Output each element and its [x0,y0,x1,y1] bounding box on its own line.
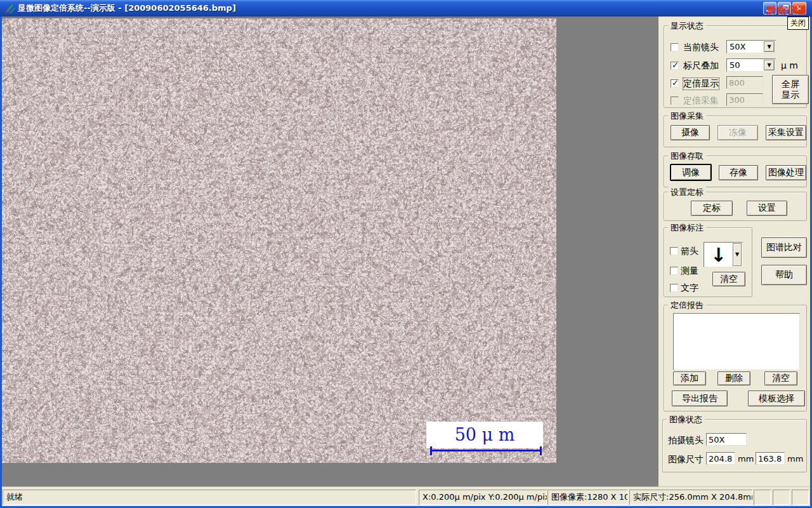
arrow-style-dropdown-button[interactable]: ▼ [733,243,742,266]
status-ready: 就绪 [3,490,416,505]
calibrate-button[interactable]: 定标 [691,201,733,216]
checkbox-scale-overlay[interactable]: ✓ [671,62,679,70]
check-icon: ✓ [672,60,679,70]
chevron-down-icon: ▼ [735,252,739,257]
checkbox-current-lens[interactable] [671,43,679,51]
group-display-status: 显示状态 当前镜头 50X ▼ ✓ 标尺叠加 50 ▼ μ m ✓ 定倍显示 8… [664,25,807,108]
freeze-button: 冻像 [717,125,758,140]
current-lens-value: 50X [730,42,745,51]
status-spare-1 [754,490,771,505]
checkbox-text[interactable] [670,284,678,292]
scale-unit-label: μ m [781,60,798,70]
fullscreen-button[interactable]: 全屏显示 [772,75,809,104]
status-resolution: X:0.200μ m/pix Y:0.200μ m/pix [419,490,547,505]
status-spare-3 [792,490,809,505]
scale-overlay-value: 50 [730,60,740,70]
help-button[interactable]: 帮助 [761,265,807,285]
micrograph-image [2,18,556,463]
group-display-status-title: 显示状态 [668,20,706,32]
group-image-capture: 图像采集 摄像 冻像 采集设置 [664,116,807,147]
checkbox-fixed-display[interactable]: ✓ [671,79,679,88]
report-delete-button[interactable]: 删除 [717,371,750,385]
scale-overlay-dropdown-button[interactable]: ▼ [764,60,775,70]
height-unit-label: mm [787,454,803,464]
image-width-field[interactable]: 204.8 [706,452,735,465]
scale-bar-line [430,446,542,455]
report-listbox[interactable] [673,313,800,370]
control-panel: 显示状态 当前镜头 50X ▼ ✓ 标尺叠加 50 ▼ μ m ✓ 定倍显示 8… [658,17,810,486]
save-image-button[interactable]: 存像 [719,165,758,180]
app-window: 显微图像定倍系统--演示版 - [20090602055646.bmp] × 黔… [0,0,812,508]
image-height-field[interactable]: 163.8 [756,452,785,465]
status-actual-size: 实际尺寸:256.0mm X 204.8mm [629,490,752,505]
check-icon: ✓ [672,78,679,88]
close-tooltip: 关闭 [787,17,809,30]
current-lens-label: 当前镜头 [683,42,719,53]
text-label: 文字 [681,283,698,294]
down-arrow-icon: ↓ [704,243,733,267]
image-size-label: 图像尺寸 [668,454,704,465]
chevron-down-icon: ▼ [767,63,771,68]
title-bar: 显微图像定倍系统--演示版 - [20090602055646.bmp] × [0,0,812,17]
shoot-lens-label: 拍摄镜头 [668,435,704,446]
scale-bar-label: 50 μ m [426,422,543,448]
checkbox-fixed-capture [671,97,679,105]
template-select-button[interactable]: 模板选择 [748,391,805,406]
fixed-capture-label: 定倍采集 [683,95,719,107]
micrograph-viewer[interactable]: 50 μ m [2,18,556,463]
width-unit-label: mm [738,454,754,464]
group-set-calibration-title: 设置定标 [668,187,706,198]
window-title: 显微图像定倍系统--演示版 - [20090602055646.bmp] [18,0,236,17]
group-image-status-title: 图像状态 [667,414,705,425]
current-lens-dropdown-button[interactable]: ▼ [764,41,775,52]
scale-overlay-combo[interactable]: 50 ▼ [726,58,776,72]
export-report-button[interactable]: 导出报告 [672,391,728,406]
arrow-label: 箭头 [681,246,698,257]
annotation-clear-button[interactable]: 清空 [712,272,745,286]
scale-overlay-label: 标尺叠加 [683,60,719,72]
checkbox-arrow[interactable] [670,247,678,255]
chevron-down-icon: ▼ [767,44,771,50]
report-clear-button[interactable]: 清空 [764,371,797,385]
fixed-display-label: 定倍显示 [683,78,719,90]
arrow-style-combo[interactable]: ↓ ▼ [704,242,743,267]
capture-settings-button[interactable]: 采集设置 [766,125,806,140]
group-image-status: 图像状态 拍摄镜头 50X 图像尺寸 204.8 mm 163.8 mm [662,419,807,472]
mdi-client-area: 50 μ m [2,17,658,486]
group-annotation: 图像标注 箭头 ↓ ▼ 测量 清空 文字 [664,227,752,297]
shoot-lens-field[interactable]: 50X [706,433,747,446]
current-lens-combo[interactable]: 50X ▼ [726,40,776,53]
group-report: 定倍报告 添加 删除 清空 导出报告 模板选择 [664,305,807,411]
group-annotation-title: 图像标注 [668,222,706,234]
status-spare-2 [773,490,790,505]
app-icon [4,3,16,14]
fixed-capture-field: 300 [726,93,763,106]
shoot-button[interactable]: 摄像 [671,125,710,140]
group-image-storage: 图像存取 调像 存像 图像处理 [664,156,807,187]
status-bar: 就绪 X:0.200μ m/pix Y:0.200μ m/pix 图像像素:12… [2,486,810,506]
scale-bar-overlay: 50 μ m [426,422,543,448]
checkbox-measure[interactable] [670,267,678,275]
measure-label: 测量 [681,265,698,277]
atlas-compare-button[interactable]: 图谱比对 [761,237,807,258]
status-pixels: 图像像素:1280 X 1024 [547,490,627,505]
report-add-button[interactable]: 添加 [673,371,706,385]
group-report-title: 定倍报告 [668,300,706,311]
fixed-display-field: 800 [726,76,763,89]
image-process-button[interactable]: 图像处理 [766,165,806,180]
calib-settings-button[interactable]: 设置 [747,201,787,216]
vendor-watermark: 黔南仪器 [767,4,808,17]
group-image-capture-title: 图像采集 [668,110,706,122]
load-image-button[interactable]: 调像 [671,164,711,180]
group-set-calibration: 设置定标 定标 设置 [664,192,807,221]
group-image-storage-title: 图像存取 [668,150,706,162]
